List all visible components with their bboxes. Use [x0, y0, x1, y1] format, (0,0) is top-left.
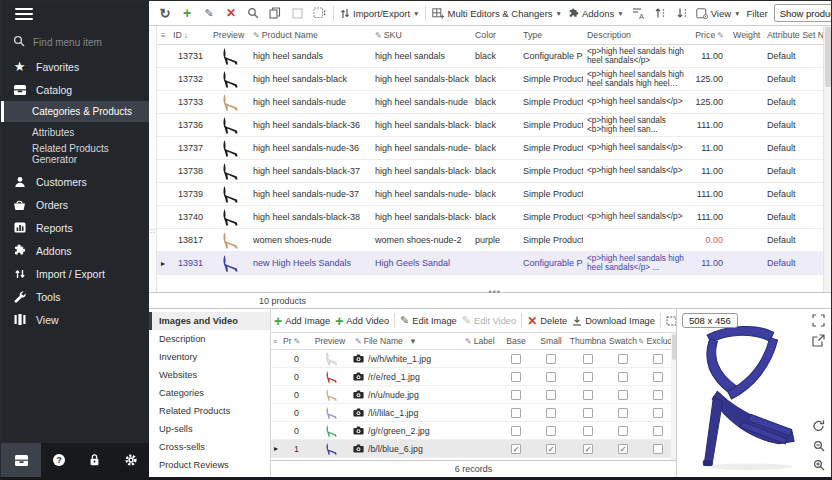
- sidebar-item-addons[interactable]: Addons: [1, 239, 149, 262]
- add-video-button[interactable]: +Add Video: [335, 314, 389, 328]
- checkbox-small[interactable]: ✓: [546, 444, 556, 454]
- table-row[interactable]: 13733 high heel sandals-nude high heel s…: [157, 91, 823, 114]
- hamburger-menu-icon[interactable]: [15, 8, 33, 20]
- table-row[interactable]: 0 /n/u/nude.jpg: [271, 386, 676, 404]
- checkbox-small[interactable]: [546, 354, 556, 364]
- checkbox-exclude[interactable]: [653, 354, 663, 364]
- duplicate-icon[interactable]: [311, 5, 327, 21]
- table-row[interactable]: ▸ 1 /b/l/blue_6.jpg ✓ ✓ ✓ ✓: [271, 440, 676, 458]
- open-external-icon[interactable]: [811, 333, 826, 348]
- checkbox-thumbnail[interactable]: [583, 354, 593, 364]
- sidebar-item-orders[interactable]: Orders: [1, 193, 149, 216]
- paste-icon[interactable]: [289, 5, 305, 21]
- checkbox-exclude[interactable]: [653, 408, 663, 418]
- column-header-preview[interactable]: Preview: [209, 30, 249, 40]
- checkbox-thumbnail[interactable]: [583, 372, 593, 382]
- zoom-out-icon[interactable]: [811, 438, 826, 453]
- checkbox-base[interactable]: [511, 354, 521, 364]
- add-image-button[interactable]: +Add Image: [274, 314, 330, 328]
- search-icon[interactable]: [245, 5, 261, 21]
- checkbox-swatch[interactable]: [618, 426, 628, 436]
- checkbox-thumbnail[interactable]: [583, 426, 593, 436]
- sidebar-item-customers[interactable]: Customers: [1, 170, 149, 193]
- sidebar-item-catalog[interactable]: Catalog: [1, 78, 149, 101]
- images-scrollbar[interactable]: [671, 333, 676, 460]
- tab-inventory[interactable]: Inventory: [149, 348, 270, 366]
- filter-select[interactable]: Show products from selected categories ▼: [774, 4, 831, 22]
- table-row[interactable]: 0 /l/i/lilac_1.jpg: [271, 404, 676, 422]
- sidebar-item-categories-products[interactable]: Categories & Products: [1, 101, 149, 122]
- checkbox-base[interactable]: [511, 390, 521, 400]
- column-header-label[interactable]: ✎Label: [463, 336, 499, 346]
- column-header-color[interactable]: Color: [471, 30, 519, 40]
- checkbox-swatch[interactable]: [618, 408, 628, 418]
- sidebar-item-attributes[interactable]: Attributes: [1, 122, 149, 143]
- checkbox-exclude[interactable]: [653, 372, 663, 382]
- checkbox-swatch[interactable]: [618, 372, 628, 382]
- column-header-swatch[interactable]: Swatch: [607, 336, 639, 346]
- column-header-weight[interactable]: Weight: [729, 30, 763, 40]
- table-row[interactable]: 13817 women shoes-nude women shoes-nude-…: [157, 229, 823, 252]
- gear-icon[interactable]: [124, 443, 138, 477]
- lock-icon[interactable]: [88, 443, 101, 477]
- table-row[interactable]: 13736 high heel sandals-black-36 high he…: [157, 114, 823, 137]
- delete-product-icon[interactable]: ✕: [223, 5, 239, 21]
- table-row[interactable]: 13732 high heel sandals-black high heel …: [157, 68, 823, 91]
- column-header-attribute-set[interactable]: Attribute Set Name: [763, 30, 823, 40]
- column-header-sku[interactable]: ✎SKU: [371, 30, 471, 40]
- column-header-base[interactable]: Base: [499, 336, 533, 346]
- table-row[interactable]: 13740 high heel sandals-black-38 high he…: [157, 206, 823, 229]
- rotate-icon[interactable]: [811, 418, 826, 433]
- table-row[interactable]: 0 /w/h/white_1.jpg: [271, 350, 676, 368]
- row-selector-header[interactable]: ≡: [157, 31, 169, 40]
- checkbox-base[interactable]: [511, 408, 521, 418]
- tab-up-sells[interactable]: Up-sells: [149, 420, 270, 438]
- table-row[interactable]: 13731 high heel sandals high heel sandal…: [157, 45, 823, 68]
- edit-image-button[interactable]: ✎Edit Image: [400, 314, 457, 327]
- tab-images-and-video[interactable]: Images and Video: [149, 312, 270, 330]
- sidebar-item-reports[interactable]: Reports: [1, 216, 149, 239]
- add-product-icon[interactable]: +: [179, 5, 195, 21]
- column-header-preview[interactable]: Preview: [307, 336, 353, 346]
- refresh-icon[interactable]: ↻: [157, 5, 173, 21]
- sidebar-item-favorites[interactable]: ★ Favorites: [1, 55, 149, 78]
- checkbox-small[interactable]: [546, 408, 556, 418]
- sidebar-item-tools[interactable]: Tools: [1, 285, 149, 308]
- edit-video-button[interactable]: ✎Edit Video: [462, 314, 516, 327]
- panel-splitter[interactable]: ::: [149, 26, 157, 292]
- checkbox-small[interactable]: [546, 372, 556, 382]
- checkbox-small[interactable]: [546, 426, 556, 436]
- column-header-thumbnail[interactable]: Thumbna: [569, 336, 607, 346]
- sort-az-icon[interactable]: A: [630, 5, 646, 21]
- sidebar-item-related-products-generator[interactable]: Related Products Generator: [1, 143, 149, 164]
- column-header-type[interactable]: Type: [519, 30, 583, 40]
- set-resize-rule-button[interactable]: Set Resize Rule: [666, 316, 676, 326]
- row-selector-header[interactable]: ≡: [271, 338, 281, 345]
- view-button[interactable]: View▼: [696, 8, 741, 19]
- checkbox-exclude[interactable]: [653, 426, 663, 436]
- addons-button[interactable]: Addons▼: [568, 8, 624, 19]
- table-row[interactable]: 0 /r/e/red_1.jpg: [271, 368, 676, 386]
- column-header-pr[interactable]: Pr✎: [281, 336, 307, 346]
- checkbox-swatch[interactable]: [618, 354, 628, 364]
- checkbox-thumbnail[interactable]: ✓: [583, 444, 593, 454]
- tab-description[interactable]: Description: [149, 330, 270, 348]
- checkbox-exclude[interactable]: [653, 444, 663, 454]
- zoom-in-icon[interactable]: [811, 457, 826, 472]
- import-export-button[interactable]: Import/Export▼: [340, 8, 419, 19]
- horizontal-splitter-handle[interactable]: •••: [489, 287, 501, 297]
- tab-websites[interactable]: Websites: [149, 366, 270, 384]
- copy-icon[interactable]: [267, 5, 283, 21]
- help-icon[interactable]: ?: [52, 443, 66, 477]
- expand-rows-icon[interactable]: [652, 5, 668, 21]
- download-image-button[interactable]: Download Image: [572, 316, 655, 326]
- tab-categories[interactable]: Categories: [149, 384, 270, 402]
- checkbox-thumbnail[interactable]: [583, 390, 593, 400]
- checkbox-exclude[interactable]: [653, 390, 663, 400]
- archive-drawer-icon[interactable]: [1, 443, 41, 477]
- checkbox-small[interactable]: [546, 390, 556, 400]
- tab-related-products[interactable]: Related Products: [149, 402, 270, 420]
- multi-editors-button[interactable]: Multi Editors & Changers▼: [432, 8, 562, 19]
- delete-image-button[interactable]: ✕Delete: [527, 314, 567, 328]
- checkbox-swatch[interactable]: ✓: [618, 444, 628, 454]
